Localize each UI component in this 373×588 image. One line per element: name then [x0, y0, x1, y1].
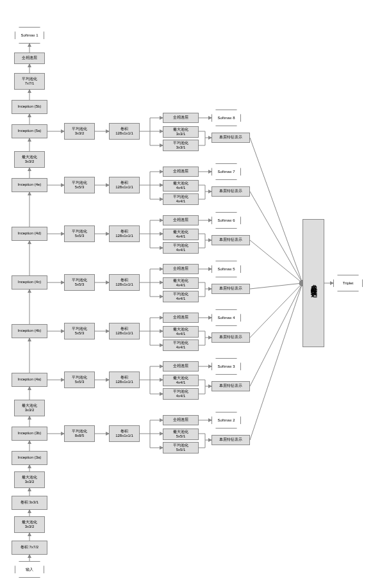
softmax-4d: Softmax 6 [211, 212, 241, 229]
branch-3b-maxpool: 最大池化5x5/1 [163, 429, 199, 440]
svg-line-30 [250, 283, 303, 440]
conv-3x3: 卷积 3x3/1 [12, 496, 47, 510]
branch-4a-maxpool: 最大池化4x4/1 [163, 375, 199, 386]
branch-4c-avg: 平均池化4x4/1 [163, 291, 199, 302]
branch-4e-avg: 平均池化4x4/1 [163, 193, 199, 205]
triplet-node: Triplet [333, 275, 363, 291]
branch-4d-avgpool: 平均池化5x5/3 [64, 225, 95, 242]
inception-5b: Inception (5b) [12, 100, 47, 114]
branch-4b-avg: 平均池化4x4/1 [163, 339, 199, 351]
single-layer-feature-4d: 单层特征表示 [211, 235, 250, 245]
branch-5a-fc: 全相连层 [163, 113, 199, 123]
branch-3b-avg: 平均池化5x5/1 [163, 442, 199, 453]
single-layer-feature-4a: 单层特征表示 [211, 381, 250, 391]
branch-5a-avg: 平均池化3x3/1 [163, 140, 199, 151]
avgpool-top: 平均池化7x7/1 [14, 73, 45, 90]
branch-4d-conv: 卷积128x1x1/1 [109, 225, 140, 242]
softmax-4a: Softmax 3 [211, 358, 241, 375]
svg-line-56 [250, 283, 303, 338]
branch-4c-avgpool: 平均池化5x5/3 [64, 274, 95, 291]
branch-4e-maxpool: 最大池化4x4/1 [163, 180, 199, 192]
branch-4e-avgpool: 平均池化5x5/3 [64, 177, 95, 193]
inception-4a: Inception (4a) [12, 373, 47, 387]
svg-line-95 [250, 192, 303, 283]
maxpool-3: 最大池化3x3/2 [14, 400, 45, 416]
softmax-1: Softmax 1 [15, 27, 44, 44]
input-node: 输入 [15, 561, 44, 578]
maxpool-4: 最大池化3x3/2 [14, 151, 45, 168]
branch-4e-fc: 全相连层 [163, 167, 199, 177]
inception-4d: Inception (4d) [12, 227, 47, 241]
branch-4d-fc: 全相连层 [163, 215, 199, 225]
maxpool-2: 最大池化3x3/2 [14, 471, 45, 488]
fc-top: 全相连层 [14, 53, 45, 64]
branch-4b-fc: 全相连层 [163, 313, 199, 323]
branch-3b-fc: 全相连层 [163, 415, 199, 425]
branch-4a-conv: 卷积128x1x1/1 [109, 372, 140, 388]
branch-4a-avg: 平均池化4x4/1 [163, 388, 199, 400]
branch-4c-maxpool: 最大池化4x4/1 [163, 277, 199, 289]
branch-5a-avgpool: 平均池化3x3/2 [64, 123, 95, 140]
branch-4c-conv: 卷积128x1x1/1 [109, 274, 140, 291]
inception-4b: Inception (4b) [12, 324, 47, 338]
branch-4c-fc: 全相连层 [163, 264, 199, 274]
conv-7x7: 卷积 7x7/2 [12, 541, 47, 555]
svg-line-69 [250, 283, 303, 289]
branch-4b-conv: 卷积128x1x1/1 [109, 323, 140, 339]
single-layer-feature-4b: 单层特征表示 [211, 332, 250, 343]
inception-4e: Inception (4e) [12, 178, 47, 192]
inception-3a: Inception (3a) [12, 451, 47, 465]
inception-5a: Inception (5a) [12, 124, 47, 138]
single-layer-feature-5a: 单层特征表示 [211, 133, 250, 143]
softmax-4c: Softmax 5 [211, 261, 241, 277]
svg-line-43 [250, 283, 303, 386]
softmax-4b: Softmax 4 [211, 309, 241, 326]
branch-4a-avgpool: 平均池化5x5/3 [64, 372, 95, 388]
inception-3b: Inception (3b) [12, 427, 47, 441]
softmax-5a: Softmax 8 [211, 110, 241, 126]
single-layer-feature-4e: 单层特征表示 [211, 186, 250, 197]
svg-line-108 [250, 138, 303, 283]
branch-4e-conv: 卷积128x1x1/1 [109, 177, 140, 193]
multi-layer-feature: 多层特征表达 [303, 219, 324, 347]
softmax-4e: Softmax 7 [211, 163, 241, 180]
branch-4d-avg: 平均池化4x4/1 [163, 242, 199, 254]
branch-4a-fc: 全相连层 [163, 361, 199, 372]
inception-4c: Inception (4c) [12, 275, 47, 290]
softmax-3b: Softmax 2 [211, 412, 241, 429]
branch-4d-maxpool: 最大池化4x4/1 [163, 229, 199, 240]
branch-3b-conv: 卷积128x1x1/1 [109, 425, 140, 442]
maxpool-1: 最大池化3x3/2 [14, 516, 45, 533]
branch-4b-avgpool: 平均池化5x5/3 [64, 323, 95, 339]
branch-3b-avgpool: 平均池化8x8/5 [64, 425, 95, 442]
single-layer-feature-4c: 单层特征表示 [211, 284, 250, 294]
branch-5a-conv: 卷积128x1x1/1 [109, 123, 140, 140]
branch-4b-maxpool: 最大池化4x4/1 [163, 326, 199, 338]
single-layer-feature-3b: 单层特征表示 [211, 435, 250, 445]
svg-line-82 [250, 240, 303, 283]
branch-5a-maxpool: 最大池化3x3/1 [163, 126, 199, 138]
